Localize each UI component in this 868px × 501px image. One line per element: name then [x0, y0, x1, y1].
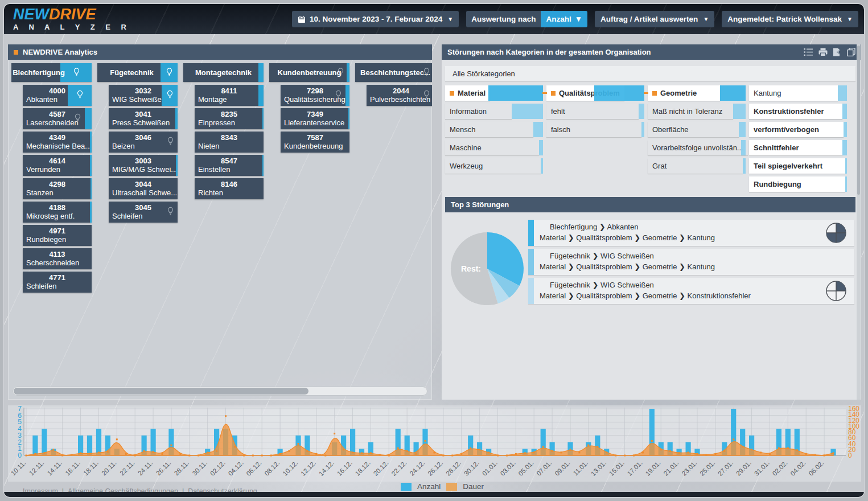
- process-tile[interactable]: 7298 Qualitätssicherung: [281, 85, 349, 106]
- all-categories-row[interactable]: Alle Störkategorien: [445, 66, 855, 81]
- export-icon[interactable]: [833, 48, 842, 56]
- svg-text:7: 7: [18, 405, 22, 413]
- process-code: 4771: [23, 273, 92, 282]
- scrollbar-thumb[interactable]: [14, 388, 308, 395]
- svg-text:30.11.: 30.11.: [191, 459, 208, 477]
- process-code: 4349: [23, 133, 92, 142]
- vertical-scrollbar[interactable]: [857, 44, 861, 400]
- process-tile[interactable]: 3046 Beizen: [109, 132, 178, 153]
- category-name: Beschichtungstec...: [360, 68, 430, 77]
- process-code: 4188: [23, 203, 92, 212]
- share-pie-icon: [825, 221, 848, 244]
- legend-swatch: [401, 483, 412, 491]
- calendar-icon: [298, 15, 306, 23]
- bulb-icon: [166, 90, 174, 101]
- process-tile[interactable]: 3045 Schleifen: [109, 202, 178, 223]
- top3-row[interactable]: Blechfertigung ❯ Abkanten Material ❯ Qua…: [528, 220, 854, 246]
- bulb-icon: [165, 67, 174, 78]
- stoerung-cell[interactable]: Konstruktionsfehler: [749, 104, 847, 119]
- process-tile[interactable]: 4587 Laserschneiden: [23, 108, 92, 129]
- svg-text:09.01.: 09.01.: [553, 459, 571, 477]
- stoerung-cell[interactable]: Rundbiegung: [749, 176, 847, 192]
- stoerungen-panel-title: Störungen nach Kategorien in der gesamte…: [447, 48, 651, 56]
- category-tile-header[interactable]: Fügetechnik: [97, 63, 178, 82]
- stoerung-cell[interactable]: fehlt: [546, 104, 644, 119]
- value-bar: [90, 155, 92, 176]
- process-tile[interactable]: 4000 Abkanten: [23, 85, 92, 106]
- value-bar: [739, 122, 746, 137]
- bulb-icon: [334, 90, 343, 101]
- category-tile-header[interactable]: Blechfertigung: [11, 63, 92, 82]
- stoerung-cell[interactable]: Teil spiegelverkehrt: [749, 158, 847, 174]
- process-tile[interactable]: 3003 MIG/MAG Schwei...: [109, 155, 178, 176]
- value-bar: [258, 63, 264, 82]
- stoerung-label: falsch: [551, 125, 570, 134]
- process-tile[interactable]: 4971 Rundbiegen: [23, 225, 92, 246]
- process-tile[interactable]: 8146 Richten: [195, 178, 264, 199]
- process-tile[interactable]: 3032 WIG Schweißen: [109, 85, 178, 106]
- copy-icon[interactable]: [847, 48, 855, 56]
- process-tile[interactable]: 4771 Schleifen: [23, 272, 92, 293]
- chevron-down-icon: ▼: [703, 16, 709, 22]
- svg-text:24.11.: 24.11.: [137, 459, 154, 477]
- stoerung-label-box: fehlt: [546, 104, 639, 119]
- numbered-list-icon[interactable]: [804, 48, 813, 56]
- stoerung-cell[interactable]: Mensch: [445, 122, 543, 137]
- svg-text:20.11.: 20.11.: [100, 459, 117, 477]
- category-tile-header[interactable]: Beschichtungstec...: [355, 63, 432, 82]
- logo-new: NEW: [13, 6, 49, 23]
- process-tile[interactable]: 8235 Einpressen: [195, 108, 264, 129]
- stoerung-label-box: Vorarbeitsfolge unvollstän...: [648, 140, 748, 155]
- process-tile[interactable]: 8343 Nieten: [195, 132, 264, 153]
- stoerung-cell[interactable]: Information: [445, 104, 543, 119]
- process-tile[interactable]: 8411 Montage: [195, 85, 264, 106]
- process-tile[interactable]: 7349 Lieferantenservice: [281, 108, 349, 129]
- process-label: Nieten: [195, 142, 264, 150]
- process-tile[interactable]: 4349 Mechanische Bea...: [23, 132, 92, 153]
- process-tile[interactable]: 3041 Press Schweißen: [109, 108, 178, 129]
- auswertung-nach-control[interactable]: Auswertung nach Anzahl▼: [466, 11, 587, 27]
- process-tile[interactable]: 4298 Stanzen: [23, 178, 92, 199]
- process-code: 3044: [109, 180, 178, 188]
- stoerung-cell[interactable]: Maß nicht in Toleranz: [648, 104, 746, 119]
- svg-text:04.02.: 04.02.: [789, 459, 807, 477]
- stoerung-cell[interactable]: Werkzeug: [445, 158, 543, 174]
- process-tile[interactable]: 4614 Verrunden: [23, 155, 92, 176]
- stoerung-cell[interactable]: Material: [445, 85, 543, 101]
- category-tile-header[interactable]: Kundenbetreuung: [269, 63, 349, 82]
- stoerung-cell[interactable]: falsch: [546, 122, 644, 137]
- top3-row[interactable]: Fügetechnik ❯ WIG Schweißen Material ❯ Q…: [528, 249, 854, 275]
- bulb-icon: [166, 207, 175, 218]
- top3-row[interactable]: Fügetechnik ❯ WIG Schweißen Material ❯ Q…: [528, 278, 854, 304]
- stoerung-label: Teil spiegelverkehrt: [754, 162, 822, 170]
- date-range-button[interactable]: 10. November 2023 - 7. Februar 2024 ▼: [292, 11, 459, 27]
- stoerung-label: Rundbiegung: [754, 180, 801, 188]
- auftrag-artikel-button[interactable]: Auftrag / Artikel auswerten ▼: [595, 11, 714, 27]
- stoerung-cell[interactable]: Qualitätsproblem: [546, 85, 644, 101]
- process-tile[interactable]: 3044 Ultraschall Schwe...: [109, 178, 178, 199]
- process-tile[interactable]: 4188 Mikrosteg entf.: [23, 202, 92, 223]
- process-tile[interactable]: 2044 Pulverbeschichten: [367, 85, 432, 106]
- stoerung-cell[interactable]: Oberfläche: [648, 122, 746, 137]
- stoerung-cell[interactable]: Vorarbeitsfolge unvollstän...: [648, 140, 746, 155]
- printer-icon[interactable]: [818, 48, 828, 56]
- process-code: 8547: [195, 157, 264, 165]
- user-menu-button[interactable]: Angemeldet: Patrick Wollensak ▼: [722, 11, 858, 27]
- category-tile-header[interactable]: Montagetechnik: [183, 63, 264, 82]
- process-code: 4971: [23, 227, 92, 235]
- process-tile[interactable]: 7587 Kundenbetreuung: [281, 132, 349, 153]
- stoerung-cell[interactable]: Kantung: [749, 85, 847, 101]
- svg-text:28.11.: 28.11.: [173, 459, 190, 477]
- auswertung-value-dropdown[interactable]: Anzahl▼: [541, 11, 587, 27]
- horizontal-scrollbar[interactable]: [13, 387, 427, 396]
- stoerung-cell[interactable]: Geometrie: [648, 85, 746, 101]
- process-tile[interactable]: 8547 Einstellen: [195, 155, 264, 176]
- stoerung-cell[interactable]: Maschine: [445, 140, 543, 155]
- scrollbar-thumb[interactable]: [857, 46, 860, 195]
- stoerung-cell[interactable]: Schnittfehler: [749, 140, 847, 155]
- stoerung-cell[interactable]: verformt/verbogen: [749, 122, 847, 137]
- stoerung-cell[interactable]: Grat: [648, 158, 746, 174]
- analytics-column: Beschichtungstec... 2044 Pulverbeschicht…: [355, 63, 432, 377]
- stoerung-column: Kantung Konstruktionsfehler verformt/ver…: [749, 85, 847, 192]
- process-tile[interactable]: 4113 Scherschneiden: [23, 248, 92, 269]
